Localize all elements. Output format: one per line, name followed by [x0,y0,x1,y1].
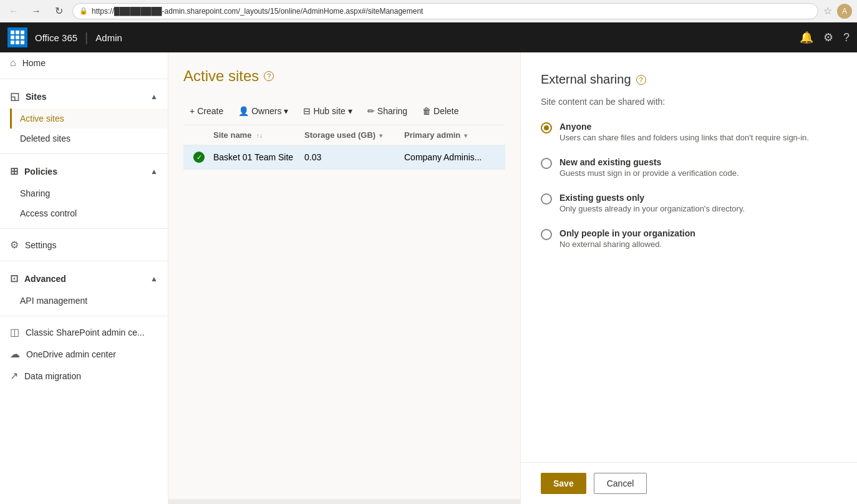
onedrive-label: OneDrive admin center [26,349,158,359]
radio-new-guests-desc: Guests must sign in or provide a verific… [559,168,739,178]
sidebar-item-onedrive[interactable]: ☁ OneDrive admin center [0,343,168,365]
url-bar[interactable]: 🔒 https://█████████-admin.sharepoint.com… [72,3,818,19]
hub-site-icon: ⊟ [303,106,311,116]
sharing-button[interactable]: ✏ Sharing [361,102,414,120]
policies-icon: ⊞ [10,165,18,177]
data-migration-label: Data migration [24,371,158,381]
admin-cell: Company Adminis... [404,152,495,162]
sidebar-item-access-control[interactable]: Access control [10,203,168,223]
advanced-group-label: Advanced [24,274,66,284]
radio-org-only-desc: No external sharing allowed. [559,240,695,249]
header-divider: | [85,31,88,45]
sites-table: Site name ↑↓ Storage used (GB) ▾ Primary… [183,125,505,170]
panel-title: External sharing [541,72,631,87]
sharing-label: Sharing [20,188,158,198]
table-header: Site name ↑↓ Storage used (GB) ▾ Primary… [183,125,505,145]
settings-gear-icon: ⚙ [10,239,19,251]
settings-icon[interactable]: ⚙ [823,31,833,44]
external-sharing-panel: External sharing ? Site content can be s… [520,52,857,504]
bookmark-icon[interactable]: ☆ [823,5,832,17]
sharing-icon: ✏ [367,106,375,116]
col-header-storage[interactable]: Storage used (GB) ▾ [304,130,404,140]
sidebar-item-settings[interactable]: ⚙ Settings [0,234,168,256]
url-text: https://█████████-admin.sharepoint.com/_… [92,7,423,16]
storage-sort-icon: ▾ [379,132,382,139]
deleted-sites-label: Deleted sites [20,133,158,143]
scrollbar[interactable] [168,499,520,504]
toolbar: + Create 👤 Owners ▾ ⊟ Hub site ▾ ✏ Shari… [183,97,505,125]
radio-anyone-button[interactable] [541,122,552,133]
migration-icon: ↗ [10,370,18,382]
hub-site-chevron-icon: ▾ [348,106,352,116]
row-check-icon: ✓ [193,152,205,163]
sidebar-item-active-sites[interactable]: Active sites [10,109,168,128]
storage-cell: 0.03 [304,152,404,162]
advanced-icon: ⊡ [10,273,18,284]
app-header: Office 365 | Admin 🔔 ⚙ ? [0,22,857,52]
radio-new-guests-button[interactable] [541,158,552,169]
col-header-admin[interactable]: Primary admin ▾ [404,130,495,140]
radio-option-anyone[interactable]: Anyone Users can share files and folders… [541,122,837,142]
main-content: Active sites ? + Create 👤 Owners ▾ ⊟ Hub… [168,52,520,504]
radio-option-new-guests[interactable]: New and existing guests Guests must sign… [541,157,837,178]
site-name-cell: Basket 01 Team Site [213,152,304,162]
owners-button[interactable]: 👤 Owners ▾ [232,102,294,120]
home-icon: ⌂ [10,57,16,69]
sidebar-item-sharing[interactable]: Sharing [10,183,168,203]
radio-org-only-button[interactable] [541,229,552,240]
hub-site-button[interactable]: ⊟ Hub site ▾ [297,102,358,120]
panel-footer: Save Cancel [521,462,857,504]
radio-org-only-label: Only people in your organization [559,228,695,238]
radio-anyone-label: Anyone [559,122,809,132]
sharing-label: Sharing [377,106,407,116]
delete-icon: 🗑 [422,106,431,116]
sites-icon: ◱ [10,90,19,102]
classic-sp-icon: ◫ [10,326,19,338]
radio-option-org-only[interactable]: Only people in your organization No exte… [541,228,837,249]
sidebar-item-deleted-sites[interactable]: Deleted sites [10,128,168,148]
owners-label: Owners [251,106,281,116]
sidebar-item-data-migration[interactable]: ↗ Data migration [0,365,168,387]
panel-help-icon[interactable]: ? [636,75,646,85]
advanced-chevron-icon: ▲ [150,274,158,283]
help-icon[interactable]: ? [843,31,850,44]
admin-sort-icon: ▾ [464,132,467,139]
table-row[interactable]: ✓ Basket 01 Team Site 0.03 Company Admin… [183,145,505,170]
owners-icon: 👤 [238,106,249,116]
create-button[interactable]: + Create [183,102,230,120]
radio-new-guests-label: New and existing guests [559,157,739,167]
settings-label: Settings [25,240,158,250]
sidebar-group-policies[interactable]: ⊞ Policies ▲ [0,159,168,183]
save-button[interactable]: Save [541,473,586,494]
radio-existing-guests-label: Existing guests only [559,193,745,203]
page-help-icon[interactable]: ? [264,71,274,81]
radio-existing-guests-button[interactable] [541,193,552,205]
browser-bar: ← → ↻ 🔒 https://█████████-admin.sharepoi… [0,0,857,22]
col-header-name[interactable]: Site name ↑↓ [213,130,304,140]
back-button[interactable]: ← [5,2,22,20]
sidebar-item-api-management[interactable]: API management [10,291,168,311]
sidebar-item-classic-sharepoint[interactable]: ◫ Classic SharePoint admin ce... [0,321,168,343]
sidebar-item-home[interactable]: ⌂ Home [0,52,168,74]
waffle-menu-button[interactable] [7,27,27,47]
name-sort-icon: ↑↓ [256,132,263,139]
app-name: Office 365 [35,32,77,43]
policies-group-label: Policies [24,167,57,177]
radio-existing-guests-desc: Only guests already in your organization… [559,204,745,213]
api-management-label: API management [20,296,158,306]
hub-site-label: Hub site [313,106,345,116]
radio-option-existing-guests[interactable]: Existing guests only Only guests already… [541,193,837,213]
delete-button[interactable]: 🗑 Delete [416,102,465,120]
delete-label: Delete [433,106,458,116]
profile-avatar[interactable]: A [837,4,852,19]
sidebar-group-sites[interactable]: ◱ Sites ▲ [0,84,168,109]
section-label: Admin [95,32,122,43]
sites-group-label: Sites [26,92,46,102]
reload-button[interactable]: ↻ [50,2,67,20]
radio-anyone-desc: Users can share files and folders using … [559,133,809,142]
sidebar-group-advanced[interactable]: ⊡ Advanced ▲ [0,266,168,291]
cancel-button[interactable]: Cancel [594,473,647,494]
create-label: Create [197,106,223,116]
forward-button[interactable]: → [27,2,45,20]
notification-icon[interactable]: 🔔 [800,31,813,44]
